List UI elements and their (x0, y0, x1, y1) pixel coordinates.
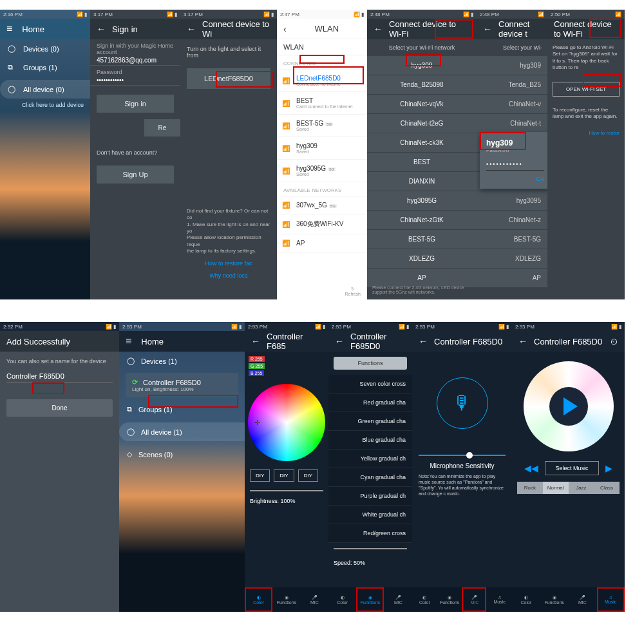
fn-row[interactable]: Yellow gradual ch (328, 450, 412, 468)
net-chinanet-zgtk[interactable]: ChinaNet-zGtK (367, 211, 477, 230)
net-dianxin[interactable]: DIANXIN (367, 172, 477, 191)
brightness-slider[interactable] (250, 490, 323, 491)
color-wheel[interactable]: ✛ (248, 384, 325, 461)
signup-button[interactable]: Sign Up (97, 166, 174, 184)
password-input[interactable]: ••••••••••• (486, 158, 544, 171)
back-icon[interactable]: ← (483, 24, 492, 34)
tab-music[interactable]: ♫Music (596, 587, 625, 612)
device-row[interactable]: LEDnetF685D0 (187, 68, 270, 89)
net-hyg309[interactable]: hyg309 (367, 56, 477, 75)
devices-row[interactable]: ◯Devices (0) (0, 39, 90, 58)
fn-row[interactable]: Blue gradual cha (328, 431, 412, 450)
diy-button[interactable]: DIY (298, 469, 318, 482)
net-best[interactable]: BEST (367, 153, 477, 172)
functions-dropdown[interactable]: Functions (334, 357, 407, 370)
net-row[interactable]: Tenda_B25 (477, 75, 547, 95)
re-button[interactable]: Re (144, 119, 180, 137)
tab-functions[interactable]: ◉Functions (272, 587, 300, 612)
net-row[interactable]: XDLEZG (477, 249, 547, 269)
all-device-row[interactable]: ◯All device (1) (119, 422, 245, 441)
confirm-button[interactable]: CA (486, 176, 544, 182)
tab-mic[interactable]: 🎤MIC (384, 587, 412, 612)
genre-normal[interactable]: Normal (543, 482, 569, 494)
net-row[interactable]: hyg309 (477, 56, 547, 75)
tab-music[interactable]: ♫Music (487, 587, 512, 612)
done-button[interactable]: Done (6, 399, 113, 417)
net-chinanet-vqvk[interactable]: ChinaNet-vqVk (367, 95, 477, 114)
net-row[interactable]: ChinaNet-z (477, 211, 547, 230)
device-row[interactable]: ⟳Controller F685D0 Light on, Brightness:… (126, 373, 238, 397)
password-field[interactable]: •••••••••••• (90, 75, 180, 86)
tab-mic[interactable]: 🎤MIC (569, 587, 597, 612)
open-wifi-button[interactable]: OPEN WI-FI SET (553, 82, 620, 97)
tab-color[interactable]: ◐Color (512, 587, 540, 612)
genre-rock[interactable]: Rock (517, 482, 543, 494)
fn-row[interactable]: Cyan gradual cha (328, 468, 412, 487)
diy-button[interactable]: DIY (274, 469, 294, 482)
pw-link[interactable] (90, 86, 180, 88)
devices-header[interactable]: ◯Devices (1) (119, 352, 245, 370)
net-best5g[interactable]: BEST-5G (367, 230, 477, 249)
tab-functions[interactable]: ◉Functions (540, 587, 569, 612)
net-row[interactable]: hyg3095 (477, 191, 547, 211)
music-disc[interactable] (524, 361, 614, 451)
fn-row[interactable]: Green gradual cha (328, 412, 412, 431)
prev-button[interactable]: ◀◀ (524, 463, 538, 473)
net-chinanet-t2eg[interactable]: ChinaNet-t2eG (367, 114, 477, 133)
tab-mic[interactable]: 🎤MIC (301, 587, 328, 612)
wifi-best5g[interactable]: 📶BEST-5G5GSaved (277, 115, 367, 137)
sensitivity-slider[interactable] (419, 455, 506, 456)
wifi-307wx[interactable]: 📶307wx_5G5G (277, 196, 367, 214)
tab-functions[interactable]: ◉Functions (356, 587, 384, 612)
fn-row[interactable]: Red gradual cha (328, 393, 412, 412)
fn-row[interactable]: Purple gradual ch (328, 487, 412, 506)
back-icon[interactable]: ← (251, 336, 260, 346)
net-row[interactable]: ChinaNet-t (477, 114, 547, 133)
fn-row[interactable]: Seven color cross (328, 375, 412, 393)
net-chinanet-ck3k[interactable]: ChinaNet-ck3K (367, 133, 477, 153)
mic-button[interactable]: 🎙 (437, 377, 488, 429)
wifi-hyg309[interactable]: 📶hyg309Saved (277, 137, 367, 160)
net-hyg3095g[interactable]: hyg3095G (367, 191, 477, 211)
genre-classic[interactable]: Class (594, 482, 620, 494)
groups-row[interactable]: ⧉Groups (1) (0, 58, 90, 77)
speed-slider[interactable] (334, 548, 407, 549)
net-xdlezg[interactable]: XDLEZG (367, 249, 477, 269)
all-device-row[interactable]: ◯All device (0) (0, 80, 90, 99)
signin-button[interactable]: Sign in (97, 95, 174, 113)
clock-icon[interactable]: ⏲ (610, 337, 618, 346)
fn-row[interactable]: Red/green cross (328, 524, 412, 543)
net-row[interactable]: ChinaNet-v (477, 95, 547, 114)
wifi-best[interactable]: 📶BESTCan't connect to the internet (277, 92, 367, 115)
wifi-lednet[interactable]: 📶LEDnetF685D0Connected, no interne (277, 70, 367, 92)
back-icon[interactable]: ← (419, 336, 428, 346)
groups-header[interactable]: ⧉Groups (1) (119, 400, 245, 419)
email-field[interactable]: 457162863@qq.com (90, 55, 180, 66)
restore-link[interactable]: How to restor (547, 125, 625, 141)
tab-functions[interactable]: ◉Functions (437, 587, 462, 612)
tab-color[interactable]: ◐Color (328, 587, 356, 612)
net-row[interactable]: BEST-5G (477, 230, 547, 249)
device-name-field[interactable]: Controller F685D0 (6, 370, 113, 383)
back-icon[interactable]: ‹ (283, 24, 287, 34)
back-icon[interactable]: ← (374, 24, 383, 34)
net-row[interactable]: AP (477, 269, 547, 288)
genre-jazz[interactable]: Jazz (569, 482, 594, 494)
tab-color[interactable]: ◐Color (245, 587, 272, 612)
next-button[interactable]: ▶ (605, 463, 612, 473)
refresh-button[interactable]: ↻Refresh (345, 287, 361, 296)
location-link[interactable]: Why need loca (187, 272, 270, 280)
add-device-hint[interactable]: Click here to add device (0, 102, 90, 108)
back-icon[interactable]: ← (518, 336, 527, 346)
scenes-header[interactable]: ◇Scenes (0) (119, 445, 245, 464)
menu-icon[interactable]: ≡ (6, 23, 12, 35)
tab-mic[interactable]: 🎤MIC (462, 587, 488, 612)
wifi-hyg3095g[interactable]: 📶hyg3095G5GSaved (277, 160, 367, 182)
tab-color[interactable]: ◐Color (412, 587, 437, 612)
wlan-toggle[interactable]: WLAN (277, 39, 367, 55)
menu-icon[interactable]: ≡ (126, 336, 131, 347)
restore-link[interactable]: How to restore fac (187, 260, 270, 268)
wifi-360[interactable]: 📶360免费WiFi-KV (277, 214, 367, 234)
net-tenda[interactable]: Tenda_B25098 (367, 75, 477, 95)
back-icon[interactable]: ← (97, 24, 106, 34)
